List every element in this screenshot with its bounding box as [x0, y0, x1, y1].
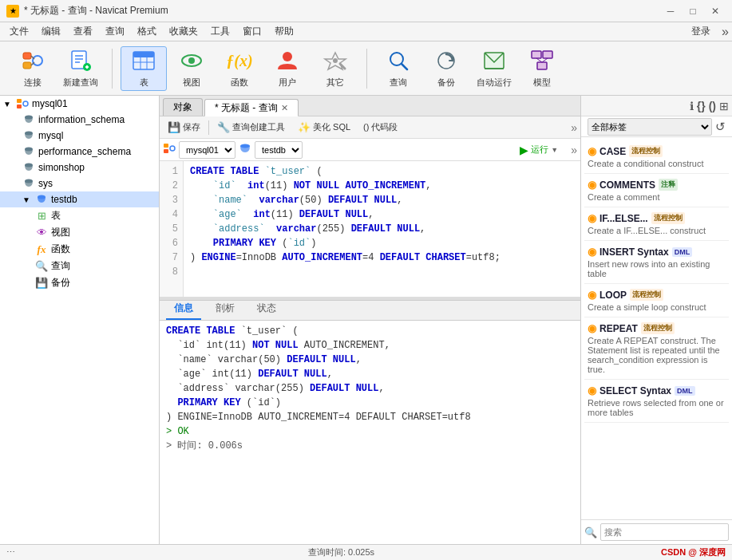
menu-bar: 文件 编辑 查看 查询 格式 收藏夹 工具 窗口 帮助 登录 » — [0, 22, 732, 41]
testdb-chevron: ▼ — [22, 195, 32, 204]
other-button[interactable]: 其它 — [312, 46, 358, 91]
connect-icon — [20, 48, 46, 73]
run-button[interactable]: ▶ 运行 ▼ — [513, 142, 564, 158]
rp-filter-select[interactable]: 全部标签 — [588, 118, 712, 136]
snippet-label: () 代码段 — [363, 121, 398, 133]
snippet-button[interactable]: () 代码段 — [358, 120, 402, 135]
view-button[interactable]: 视图 — [168, 46, 215, 91]
snippet-repeat[interactable]: ◉ REPEAT 流程控制 Create A REPEAT construct.… — [584, 317, 729, 380]
menu-query[interactable]: 查询 — [99, 23, 131, 40]
expand-handle[interactable]: ⋯ — [6, 547, 15, 558]
snippet-case[interactable]: ◉ CASE 流程控制 Create a conditional constru… — [584, 140, 729, 174]
database-selector[interactable]: testdb — [255, 141, 303, 159]
save-icon: 💾 — [168, 121, 180, 133]
menu-window[interactable]: 窗口 — [236, 23, 268, 40]
close-button[interactable]: ✕ — [705, 3, 726, 19]
sidebar-item-mysql01[interactable]: ▼ mysql01 — [0, 96, 159, 112]
result-tab-info[interactable]: 信息 — [166, 298, 201, 320]
menu-view[interactable]: 查看 — [67, 23, 99, 40]
sidebar-information_schema-label: information_schema — [38, 114, 125, 125]
model-label: 模型 — [533, 77, 551, 89]
rp-search-input[interactable] — [600, 523, 729, 541]
menu-format[interactable]: 格式 — [131, 23, 163, 40]
snippet-case-title: ◉ CASE 流程控制 — [588, 145, 726, 157]
snippet-if-else-desc: Create a IF...ELSE... construct — [588, 226, 726, 235]
save-button[interactable]: 💾 保存 — [163, 120, 205, 135]
table-button[interactable]: 表 — [121, 46, 167, 91]
code-content[interactable]: CREATE TABLE `t_user` ( `id` int(11) NOT… — [184, 161, 580, 297]
svg-rect-1 — [23, 62, 31, 69]
function-button[interactable]: ƒ(x) 函数 — [216, 46, 263, 91]
new-query-label: 新建查询 — [63, 77, 98, 89]
sidebar-item-sys[interactable]: sys — [0, 175, 159, 191]
menu-file[interactable]: 文件 — [3, 23, 35, 40]
code-editor[interactable]: 1 2 3 4 5 6 7 8 CREATE TABLE `t_user` ( … — [160, 161, 580, 297]
backup-button[interactable]: 备份 — [423, 46, 469, 91]
model-button[interactable]: 模型 — [519, 46, 565, 91]
tab-close-button[interactable]: ✕ — [281, 103, 288, 113]
snippet-if-else[interactable]: ◉ IF...ELSE... 流程控制 Create a IF...ELSE..… — [584, 207, 729, 241]
snippet-loop[interactable]: ◉ LOOP 流程控制 Create a simple loop constru… — [584, 284, 729, 317]
sidebar-item-views[interactable]: 👁 视图 — [0, 224, 159, 241]
toolbar-expand-icon[interactable]: » — [571, 121, 577, 134]
sidebar-item-queries[interactable]: 🔍 查询 — [0, 258, 159, 274]
beautify-button[interactable]: ✨ 美化 SQL — [293, 120, 355, 135]
snippet-insert-title: ◉ INSERT Syntax DML — [588, 246, 726, 258]
rp-grid-icon[interactable]: ⊞ — [719, 100, 729, 112]
function-icon: ƒ(x) — [227, 48, 252, 73]
run-dropdown-icon: ▼ — [551, 146, 558, 154]
sidebar-item-performance_schema[interactable]: performance_schema — [0, 144, 159, 160]
result-tab-status[interactable]: 状态 — [249, 298, 284, 320]
sidebar-item-testdb[interactable]: ▼ testdb — [0, 191, 159, 207]
query-tool-button[interactable]: 查询 — [375, 46, 421, 91]
rp-info-icon[interactable]: ℹ — [690, 100, 694, 112]
tab-query[interactable]: * 无标题 - 查询 ✕ — [204, 99, 299, 116]
svg-rect-32 — [17, 99, 22, 103]
maximize-button[interactable]: □ — [683, 3, 703, 19]
selector-expand-icon[interactable]: » — [571, 144, 577, 156]
result-tab-profile[interactable]: 剖析 — [208, 298, 243, 320]
auto-run-button[interactable]: 自动运行 — [471, 46, 517, 91]
snippet-comments[interactable]: ◉ COMMENTS 注释 Create a comment — [584, 174, 729, 207]
sidebar-item-mysql[interactable]: mysql — [0, 128, 159, 144]
status-bar: ⋯ 查询时间: 0.025s CSDN @ 深度网 — [0, 544, 732, 560]
beautify-icon: ✨ — [298, 121, 311, 133]
user-button[interactable]: 用户 — [264, 46, 311, 91]
auto-run-icon — [481, 48, 507, 73]
tab-query-label: * 无标题 - 查询 — [215, 101, 278, 115]
rp-paren-icon[interactable]: () — [709, 100, 716, 112]
menu-help[interactable]: 帮助 — [268, 23, 300, 40]
expand-icon[interactable]: » — [722, 25, 729, 39]
run-label: 运行 — [531, 144, 548, 156]
connection-icon — [16, 97, 29, 110]
run-icon: ▶ — [520, 144, 528, 156]
menu-edit[interactable]: 编辑 — [35, 23, 67, 40]
snippet-repeat-title: ◉ REPEAT 流程控制 — [588, 322, 726, 334]
sidebar-performance_schema-label: performance_schema — [38, 146, 131, 157]
snippet-comments-desc: Create a comment — [588, 192, 726, 202]
query-build-button[interactable]: 🔧 查询创建工具 — [212, 120, 290, 135]
rp-code-icon[interactable]: {} — [697, 100, 706, 112]
sidebar-item-backups[interactable]: 💾 备份 — [0, 274, 159, 291]
sidebar-item-tables[interactable]: ⊞ 表 — [0, 207, 159, 224]
auto-run-label: 自动运行 — [477, 77, 512, 89]
query-toolbar: 💾 保存 🔧 查询创建工具 ✨ 美化 SQL () 代码段 » — [160, 116, 580, 139]
sidebar-testdb-label: testdb — [51, 194, 77, 205]
rp-refresh-icon[interactable]: ↺ — [715, 120, 726, 134]
snippet-select[interactable]: ◉ SELECT Syntax DML Retrieve rows select… — [584, 380, 729, 423]
snippet-insert[interactable]: ◉ INSERT Syntax DML Insert new rows into… — [584, 241, 729, 284]
new-query-button[interactable]: 新建查询 — [57, 46, 104, 91]
connect-button[interactable]: 连接 — [10, 46, 56, 91]
minimize-button[interactable]: ─ — [660, 3, 681, 19]
menu-favorites[interactable]: 收藏夹 — [163, 23, 204, 40]
snippet-if-else-tag: 流程控制 — [651, 212, 685, 224]
connection-selector[interactable]: mysql01 — [179, 141, 235, 159]
svg-rect-13 — [133, 52, 154, 57]
sidebar-item-simonshop[interactable]: simonshop — [0, 160, 159, 175]
menu-tools[interactable]: 工具 — [204, 23, 236, 40]
login-button[interactable]: 登录 — [686, 23, 715, 40]
window-controls: ─ □ ✕ — [660, 3, 726, 19]
tab-object[interactable]: 对象 — [163, 98, 203, 116]
sidebar-item-functions[interactable]: fx 函数 — [0, 241, 159, 258]
sidebar-item-information_schema[interactable]: information_schema — [0, 112, 159, 128]
